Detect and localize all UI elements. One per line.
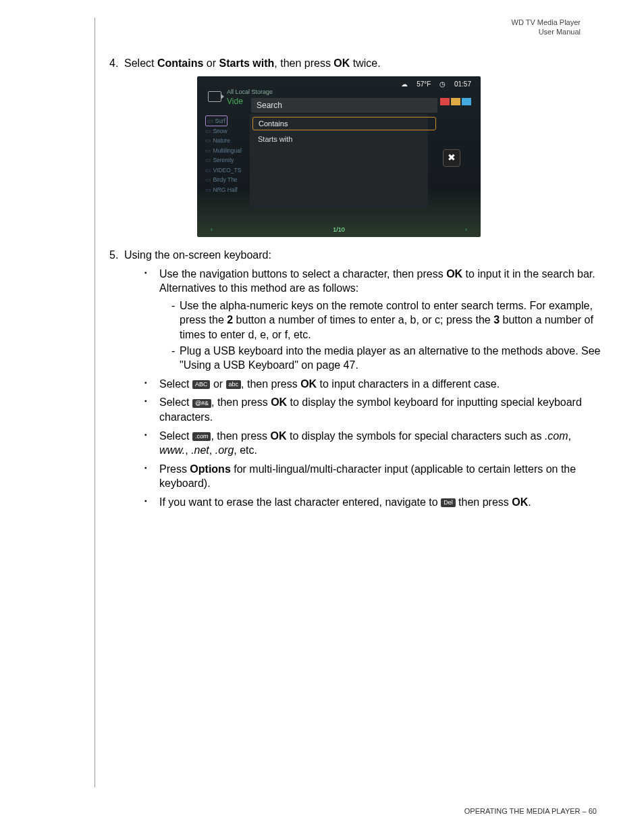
text: Use the navigation buttons to select a c… — [159, 268, 446, 280]
pager-prev-icon: ‹ — [211, 226, 213, 233]
pager: ‹ 1/10 › — [197, 226, 481, 233]
italic-net: .net — [191, 444, 209, 456]
text: . — [528, 496, 531, 508]
text: , — [568, 430, 571, 442]
text: Select — [159, 378, 192, 390]
bold-contains: Contains — [157, 57, 203, 69]
page-header: WD TV Media Player User Manual — [95, 18, 601, 37]
sidebar-item: VIDEO_TS — [205, 165, 242, 175]
text: , then press — [274, 57, 333, 69]
text: or — [210, 378, 225, 390]
status-icons — [440, 98, 471, 105]
bold-startswith: Starts with — [219, 57, 275, 69]
bold-ok: OK — [512, 496, 528, 508]
step-4: 4.Select Contains or Starts with, then p… — [109, 57, 601, 237]
dash-alphanumeric: Use the alpha-numeric keys on the remote… — [171, 298, 601, 342]
sidebar-item: Birdy The — [205, 175, 242, 184]
text: , — [185, 444, 191, 456]
page-number: 60 — [589, 807, 597, 815]
bold-options: Options — [190, 463, 230, 475]
text: to display the symbols for special chara… — [286, 430, 544, 442]
status-bar: ☁ 57°F ◷ 01:57 — [394, 80, 471, 88]
steps-list: 4.Select Contains or Starts with, then p… — [109, 57, 601, 510]
page-footer: OPERATING THE MEDIA PLAYER – 60 — [464, 807, 597, 815]
text: Using the on-screen keyboard: — [124, 249, 271, 261]
text: then press — [456, 496, 512, 508]
bold-ok: OK — [333, 57, 350, 69]
option-contains: Contains — [252, 117, 436, 130]
text: If you want to erase the last character … — [159, 496, 441, 508]
bold-3: 3 — [493, 314, 500, 325]
key-abc-upper-icon: ABC — [192, 380, 211, 389]
key-dotcom-icon: .com — [192, 432, 211, 441]
bold-2: 2 — [227, 314, 233, 325]
search-dropdown-label: Search — [251, 98, 437, 113]
bullet-list: Use the navigation buttons to select a c… — [144, 267, 601, 510]
bullet-case: Select ABC or abc, then press OK to inpu… — [144, 377, 601, 392]
italic-org: .org — [215, 444, 234, 456]
step-number: 5. — [109, 249, 124, 261]
text: Select — [124, 57, 157, 69]
weather-icon: ☁ — [401, 80, 408, 88]
text: button a number of times to enter a, b, … — [233, 314, 493, 325]
bullet-symbols: Select @#&, then press OK to display the… — [144, 395, 601, 424]
breadcrumb-vide: Vide — [227, 97, 243, 106]
sidebar-item: NRG Half — [205, 185, 242, 194]
flag-icon-2 — [451, 98, 460, 105]
pager-next-icon: › — [465, 226, 467, 233]
time: 01:57 — [454, 80, 471, 88]
text: twice. — [350, 57, 380, 69]
bullet-nav-buttons: Use the navigation buttons to select a c… — [144, 267, 601, 373]
pager-count: 1/10 — [333, 226, 345, 233]
key-abc-lower-icon: abc — [226, 380, 242, 389]
key-symbol-icon: @#& — [192, 399, 211, 408]
bold-ok: OK — [270, 430, 286, 442]
step-number: 4. — [109, 57, 124, 70]
dash-usb-keyboard: Plug a USB keyboard into the media playe… — [171, 344, 601, 373]
sidebar-item: Snow — [205, 126, 242, 136]
section-title: OPERATING THE MEDIA PLAYER — [464, 807, 581, 815]
text: , then press — [211, 396, 271, 408]
sidebar-item: Surf — [205, 115, 227, 126]
bold-ok: OK — [446, 268, 462, 280]
step-5: 5.Using the on-screen keyboard: Use the … — [109, 249, 601, 510]
bullet-domains: Select .com, then press OK to display th… — [144, 429, 601, 458]
header-line-2: User Manual — [95, 27, 581, 36]
close-button: ✖ — [443, 149, 460, 167]
text: , then press — [211, 430, 270, 442]
video-icon — [208, 91, 221, 102]
italic-com: .com — [545, 430, 568, 442]
bold-ok: OK — [271, 396, 287, 408]
italic-www: www. — [159, 444, 185, 456]
key-del-icon: Del — [441, 498, 456, 507]
flag-icon-1 — [440, 98, 450, 105]
page-content: WD TV Media Player User Manual 4.Select … — [95, 18, 601, 518]
text: , etc. — [234, 444, 257, 456]
bullet-delete: If you want to erase the last character … — [144, 495, 601, 510]
text: Select — [159, 430, 192, 442]
option-starts-with: Starts with — [252, 133, 435, 145]
text: Press — [159, 463, 190, 475]
clock-icon: ◷ — [439, 80, 446, 88]
sidebar-items: Surf Snow Nature Multilingual Serenity V… — [205, 115, 242, 195]
all-local-storage-label: All Local Storage — [227, 88, 273, 95]
text: to input characters in a different case. — [317, 378, 500, 390]
temperature: 57°F — [417, 80, 431, 88]
header-line-1: WD TV Media Player — [95, 18, 581, 27]
text: , — [209, 444, 215, 456]
sidebar-item: Serenity — [205, 155, 242, 165]
dash-list: Use the alpha-numeric keys on the remote… — [171, 298, 601, 373]
flag-icon-3 — [462, 98, 471, 105]
bold-ok: OK — [300, 378, 317, 390]
sidebar-item: Nature — [205, 136, 242, 145]
text: , then press — [241, 378, 300, 390]
bullet-options: Press Options for multi-lingual/multi-ch… — [144, 462, 601, 491]
embedded-screenshot: ☁ 57°F ◷ 01:57 All Local Storage Vide Se… — [197, 76, 481, 237]
separator: – — [581, 807, 589, 815]
text: Select — [159, 396, 192, 408]
text: or — [203, 57, 219, 69]
sidebar-item: Multilingual — [205, 146, 242, 155]
